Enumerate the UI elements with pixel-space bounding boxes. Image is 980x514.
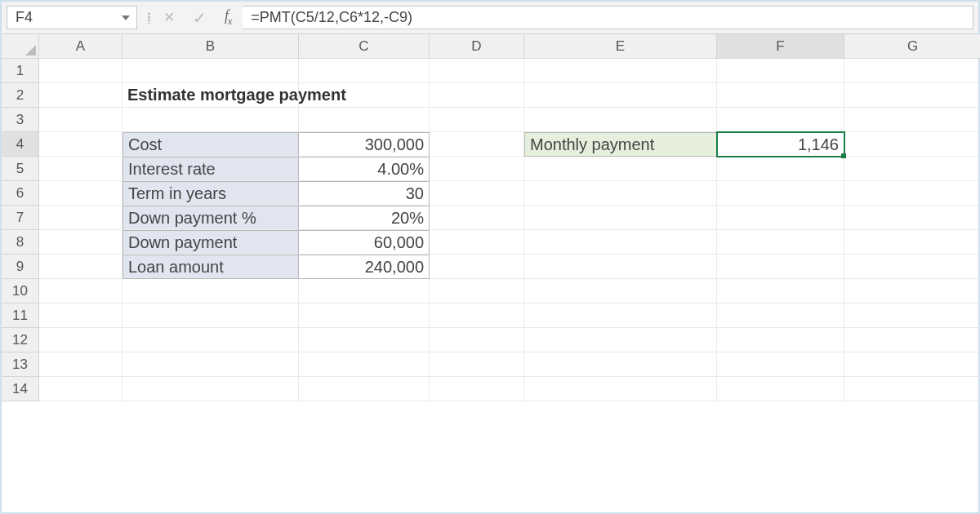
cell-F2[interactable] xyxy=(717,83,844,108)
cell-B12[interactable] xyxy=(122,328,299,352)
cell-G5[interactable] xyxy=(844,157,980,181)
cell-E14[interactable] xyxy=(524,377,717,401)
cell-B8[interactable]: Down payment xyxy=(122,230,299,255)
col-header-D[interactable]: D xyxy=(430,34,524,59)
row-header-14[interactable]: 14 xyxy=(2,377,39,401)
cell-D7[interactable] xyxy=(430,206,524,230)
cell-A5[interactable] xyxy=(39,157,122,181)
cell-A4[interactable] xyxy=(39,132,122,157)
formula-bar-grip[interactable] xyxy=(142,2,155,33)
cell-C10[interactable] xyxy=(299,279,430,304)
cell-E2[interactable] xyxy=(524,83,717,108)
cell-B11[interactable] xyxy=(122,304,299,328)
cell-G6[interactable] xyxy=(844,181,980,206)
fx-icon[interactable]: fx xyxy=(225,7,231,28)
cell-B4[interactable]: Cost xyxy=(122,132,299,157)
cell-C9[interactable]: 240,000 xyxy=(299,255,430,279)
cell-B2-title[interactable]: Estimate mortgage payment xyxy=(122,83,299,108)
col-header-B[interactable]: B xyxy=(122,34,299,59)
row-header-10[interactable]: 10 xyxy=(2,279,39,304)
cell-G1[interactable] xyxy=(844,59,980,83)
row-header-3[interactable]: 3 xyxy=(2,108,39,132)
cell-A1[interactable] xyxy=(39,59,122,83)
cell-D9[interactable] xyxy=(430,255,524,279)
cell-A2[interactable] xyxy=(39,83,122,108)
cell-C11[interactable] xyxy=(299,304,430,328)
row-header-9[interactable]: 9 xyxy=(2,255,39,279)
cell-F6[interactable] xyxy=(717,181,844,206)
cell-E12[interactable] xyxy=(524,328,717,352)
cell-G9[interactable] xyxy=(844,255,980,279)
cell-F8[interactable] xyxy=(717,230,844,255)
cell-G2[interactable] xyxy=(844,83,980,108)
cell-D14[interactable] xyxy=(430,377,524,401)
cell-E10[interactable] xyxy=(524,279,717,304)
cell-F11[interactable] xyxy=(717,304,844,328)
cell-F12[interactable] xyxy=(717,328,844,352)
cell-E8[interactable] xyxy=(524,230,717,255)
cell-E11[interactable] xyxy=(524,304,717,328)
cell-A3[interactable] xyxy=(39,108,122,132)
cell-F10[interactable] xyxy=(717,279,844,304)
cell-C13[interactable] xyxy=(299,352,430,377)
cell-C8[interactable]: 60,000 xyxy=(299,230,430,255)
cell-D13[interactable] xyxy=(430,352,524,377)
name-box[interactable]: F4 xyxy=(7,6,137,29)
row-header-1[interactable]: 1 xyxy=(2,59,39,83)
chevron-down-icon[interactable] xyxy=(122,16,130,20)
cell-E1[interactable] xyxy=(524,59,717,83)
cell-G14[interactable] xyxy=(844,377,980,401)
row-header-5[interactable]: 5 xyxy=(2,157,39,181)
cell-C6[interactable]: 30 xyxy=(299,181,430,206)
cell-A11[interactable] xyxy=(39,304,122,328)
cell-B5[interactable]: Interest rate xyxy=(122,157,299,181)
cell-B1[interactable] xyxy=(122,59,299,83)
cell-D10[interactable] xyxy=(430,279,524,304)
col-header-G[interactable]: G xyxy=(844,34,980,59)
cell-D4[interactable] xyxy=(430,132,524,157)
cell-C7[interactable]: 20% xyxy=(299,206,430,230)
cell-B9[interactable]: Loan amount xyxy=(122,255,299,279)
formula-input[interactable]: =PMT(C5/12,C6*12,-C9) xyxy=(243,6,973,29)
cell-G4[interactable] xyxy=(844,132,980,157)
cell-F4-active[interactable]: 1,146 xyxy=(717,132,844,157)
cell-D5[interactable] xyxy=(430,157,524,181)
cell-B10[interactable] xyxy=(122,279,299,304)
cell-C2[interactable] xyxy=(299,83,430,108)
cell-F9[interactable] xyxy=(717,255,844,279)
enter-icon[interactable]: ✓ xyxy=(193,8,207,28)
cell-B3[interactable] xyxy=(122,108,299,132)
cell-D8[interactable] xyxy=(430,230,524,255)
cell-E6[interactable] xyxy=(524,181,717,206)
cell-C12[interactable] xyxy=(299,328,430,352)
cell-D11[interactable] xyxy=(430,304,524,328)
cell-B14[interactable] xyxy=(122,377,299,401)
cell-C4[interactable]: 300,000 xyxy=(299,132,430,157)
row-header-7[interactable]: 7 xyxy=(2,206,39,230)
cell-C1[interactable] xyxy=(299,59,430,83)
cell-E13[interactable] xyxy=(524,352,717,377)
cell-B7[interactable]: Down payment % xyxy=(122,206,299,230)
col-header-C[interactable]: C xyxy=(299,34,430,59)
cell-D2[interactable] xyxy=(430,83,524,108)
cell-G11[interactable] xyxy=(844,304,980,328)
row-header-8[interactable]: 8 xyxy=(2,230,39,255)
cell-E7[interactable] xyxy=(524,206,717,230)
row-header-4[interactable]: 4 xyxy=(2,132,39,157)
cell-F5[interactable] xyxy=(717,157,844,181)
cell-D1[interactable] xyxy=(430,59,524,83)
cell-B6[interactable]: Term in years xyxy=(122,181,299,206)
cell-C5[interactable]: 4.00% xyxy=(299,157,430,181)
cell-C3[interactable] xyxy=(299,108,430,132)
cancel-icon[interactable]: ✕ xyxy=(163,9,175,26)
cell-F7[interactable] xyxy=(717,206,844,230)
cell-E4[interactable]: Monthly payment xyxy=(524,132,717,157)
cell-G13[interactable] xyxy=(844,352,980,377)
cell-F1[interactable] xyxy=(717,59,844,83)
cell-C14[interactable] xyxy=(299,377,430,401)
cell-E9[interactable] xyxy=(524,255,717,279)
cell-G3[interactable] xyxy=(844,108,980,132)
col-header-E[interactable]: E xyxy=(524,34,717,59)
cell-F13[interactable] xyxy=(717,352,844,377)
col-header-A[interactable]: A xyxy=(39,34,122,59)
